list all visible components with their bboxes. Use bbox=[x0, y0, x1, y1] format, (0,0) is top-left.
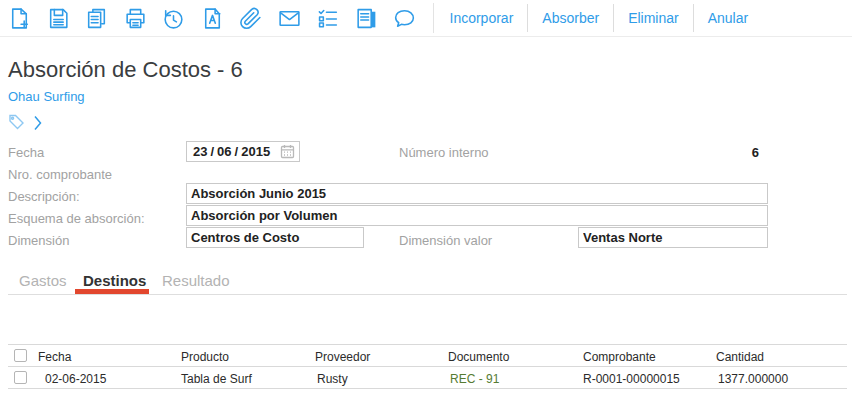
date-separator: / bbox=[235, 144, 239, 159]
numero-interno-value: 6 bbox=[735, 145, 759, 160]
nro-comprobante-label: Nro. comprobante bbox=[8, 167, 112, 182]
table-bottom-border bbox=[8, 388, 847, 389]
descripcion-input[interactable] bbox=[186, 183, 768, 204]
attachment-icon[interactable] bbox=[238, 4, 277, 32]
esquema-de-absorcion-input[interactable] bbox=[186, 205, 768, 226]
eliminar-button[interactable]: Eliminar bbox=[614, 10, 693, 26]
select-all-checkbox[interactable] bbox=[14, 349, 27, 362]
company-link[interactable]: Ohau Surfing bbox=[8, 89, 85, 104]
row-cell-cantidad: 1377.000000 bbox=[718, 372, 788, 386]
toolbar: Incorporar Absorber Eliminar Anular bbox=[0, 0, 852, 37]
page-title: Absorción de Costos - 6 bbox=[8, 57, 243, 83]
row-cell-documento-link[interactable]: REC - 91 bbox=[450, 372, 499, 386]
dimension-valor-input[interactable] bbox=[578, 227, 768, 248]
print-icon[interactable] bbox=[123, 4, 162, 32]
anular-button[interactable]: Anular bbox=[694, 10, 762, 26]
tab-gastos[interactable]: Gastos bbox=[19, 272, 67, 289]
calendar-icon[interactable] bbox=[280, 144, 295, 159]
column-header-proveedor[interactable]: Proveedor bbox=[315, 350, 370, 364]
column-header-cantidad[interactable]: Cantidad bbox=[716, 350, 764, 364]
fecha-input[interactable]: 23 / 06 / 2015 bbox=[186, 141, 300, 162]
journal-icon[interactable] bbox=[354, 4, 393, 32]
absorber-button[interactable]: Absorber bbox=[528, 10, 613, 26]
fecha-month: 06 bbox=[217, 144, 231, 159]
history-icon[interactable] bbox=[161, 4, 200, 32]
descripcion-label: Descripción: bbox=[8, 189, 80, 204]
save-icon[interactable] bbox=[46, 4, 85, 32]
dimension-valor-label: Dimensión valor bbox=[399, 233, 492, 248]
row-cell-producto: Tabla de Surf bbox=[181, 372, 252, 386]
date-separator: / bbox=[210, 144, 214, 159]
chevron-right-icon[interactable] bbox=[34, 115, 42, 135]
tabs-divider-line bbox=[8, 294, 847, 295]
fecha-day: 23 bbox=[193, 144, 207, 159]
font-document-icon[interactable] bbox=[200, 4, 239, 32]
fecha-year: 2015 bbox=[241, 144, 270, 159]
incorporar-button[interactable]: Incorporar bbox=[436, 10, 528, 26]
numero-interno-label: Número interno bbox=[399, 145, 489, 160]
toolbar-divider bbox=[433, 3, 434, 33]
column-header-documento[interactable]: Documento bbox=[448, 350, 509, 364]
column-header-producto[interactable]: Producto bbox=[181, 350, 229, 364]
new-document-icon[interactable] bbox=[7, 4, 46, 32]
row-cell-comprobante: R-0001-00000015 bbox=[583, 372, 680, 386]
table-top-border bbox=[8, 344, 847, 345]
tags-expander bbox=[8, 114, 42, 135]
absorcion-de-costos-page: Incorporar Absorber Eliminar Anular Abso… bbox=[0, 0, 852, 405]
copy-icon[interactable] bbox=[84, 4, 123, 32]
tag-icon[interactable] bbox=[8, 114, 27, 135]
comment-icon[interactable] bbox=[392, 4, 431, 32]
tab-destinos[interactable]: Destinos bbox=[83, 272, 146, 289]
row-cell-proveedor: Rusty bbox=[317, 372, 348, 386]
mail-icon[interactable] bbox=[277, 4, 316, 32]
tab-resultado[interactable]: Resultado bbox=[162, 272, 230, 289]
checklist-icon[interactable] bbox=[315, 4, 354, 32]
dimension-input[interactable] bbox=[186, 227, 364, 248]
column-header-fecha[interactable]: Fecha bbox=[38, 350, 71, 364]
fecha-label: Fecha bbox=[8, 145, 44, 160]
table-header-border bbox=[8, 366, 847, 367]
esquema-de-absorcion-label: Esquema de absorción: bbox=[8, 211, 145, 226]
column-header-comprobante[interactable]: Comprobante bbox=[583, 350, 656, 364]
row-cell-fecha: 02-06-2015 bbox=[45, 372, 106, 386]
dimension-label: Dimensión bbox=[8, 233, 69, 248]
row-checkbox[interactable] bbox=[14, 371, 27, 384]
